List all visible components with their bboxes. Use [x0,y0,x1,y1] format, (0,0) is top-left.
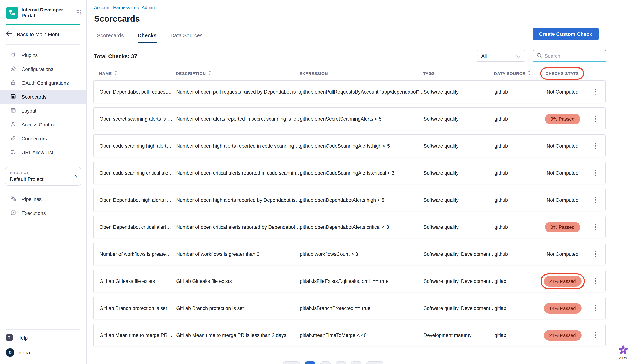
sort-icon[interactable] [528,70,531,76]
create-custom-check-button[interactable]: Create Custom Check [532,28,599,40]
check-tags: Software quality [424,170,494,176]
table-row[interactable]: Open secret scanning alerts is … Number … [93,108,606,130]
row-menu-kebab-button[interactable] [591,249,599,259]
check-stats-cell: 21% Passed [535,330,589,340]
play-icon [10,210,16,216]
check-expression: github.openSecretScanningAlerts < 5 [300,116,424,122]
check-name: GitLab Gitleaks file exists [100,278,176,284]
check-tags: Software quality [424,143,494,148]
table-row[interactable]: GitLab Gitleaks file exists GitLab Gitle… [93,270,606,292]
row-menu-kebab-button[interactable] [591,114,599,124]
back-to-main-menu[interactable]: Back to Main Menu [0,25,86,44]
tab-scorecards[interactable]: Scorecards [97,28,124,43]
sidebar-item-plugins[interactable]: Plugins [0,48,86,62]
sidebar-item-scorecards[interactable]: Scorecards [0,90,86,104]
check-description: GitLab Branch protection is set [176,305,300,311]
check-tags: Development maturity [424,332,494,338]
breadcrumb-admin-link[interactable]: Admin [142,5,155,10]
help-button[interactable]: ? Help [0,330,86,345]
check-expression: gitlab.isFileExists.".gitleaks.toml" == … [300,278,424,284]
column-header-tags: TAGS [423,71,494,76]
sort-icon[interactable] [208,70,211,76]
apps-grid-icon[interactable] [77,10,81,16]
row-actions-cell [589,86,599,97]
sidebar-item-access-control[interactable]: Access Control [0,118,86,132]
tab-data-sources[interactable]: Data Sources [170,28,203,43]
sidebar-item-pipelines[interactable]: Pipelines [0,192,86,206]
check-tags: Software quality [424,89,494,94]
table-row[interactable]: GitLab Branch protection is set GitLab B… [93,297,606,320]
table-row[interactable]: GitLab Mean time to merge PR … GitLab Me… [93,324,606,346]
sidebar-item-configurations[interactable]: Configurations [0,62,86,76]
row-menu-kebab-button[interactable] [591,303,599,314]
pagination-button[interactable] [283,362,300,364]
pagination-button[interactable] [351,362,361,364]
check-stats-value: 21% Passed [544,330,581,340]
row-actions-cell [589,168,599,178]
sort-icon[interactable] [115,70,117,76]
row-menu-kebab-button[interactable] [591,168,599,178]
check-stats-value: 21% Passed [544,276,581,286]
sidebar-item-executions[interactable]: Executions [0,206,86,220]
table-row[interactable]: Open code scanning high alert… Number of… [93,134,606,157]
check-stats-cell: 21% Passed [535,276,589,286]
row-actions-cell [589,330,599,340]
check-description: Number of workflows is greater than 3 [176,251,300,257]
help-label: Help [17,334,28,340]
pagination-button[interactable] [367,362,383,364]
chevron-right-icon: › [138,5,139,10]
pipeline-icon [10,196,16,203]
column-header-data-source: DATA SOURCE [494,70,535,76]
check-tags: Software quality [424,116,494,122]
check-stats-value: Not Computed [547,170,578,176]
check-name: GitLab Mean time to merge PR … [100,332,176,338]
pagination-button[interactable] [305,362,315,364]
app-title: Internal Developer Portal [22,7,73,19]
check-name: Open code scanning high alert… [100,143,176,148]
check-tags: Software quality, Development… [424,278,494,284]
chevron-right-icon: › [75,172,77,180]
table-row[interactable]: Open Dependabot critical alert… Number o… [93,216,606,238]
breadcrumb-account-link[interactable]: Account: Harness.io [94,5,135,10]
user-menu[interactable]: D deba [0,345,86,364]
sidebar-item-url-allow-list[interactable]: URL Allow List [0,146,86,159]
page-header: Account: Harness.io › Admin Scorecards [87,0,614,24]
row-menu-kebab-button[interactable] [591,195,599,205]
user-name: deba [19,350,30,356]
tab-bar: Scorecards Checks Data Sources Create Cu… [87,28,614,43]
table-row[interactable]: Open Dependabot pull request… Number of … [93,80,606,103]
row-menu-kebab-button[interactable] [591,141,599,151]
row-menu-kebab-button[interactable] [591,86,599,97]
filter-dropdown-value: All [481,53,487,59]
filter-dropdown[interactable]: All [477,50,525,62]
check-expression: github.openDependabotAlerts.critical < 3 [300,224,424,230]
sidebar-item-label: Pipelines [22,196,42,202]
divider [6,329,81,330]
table-row[interactable]: Number of workflows is greate… Number of… [93,243,606,265]
pagination-button[interactable] [321,362,331,364]
link-icon [10,135,16,142]
list-check-icon [10,149,16,156]
page-title: Scorecards [94,14,614,24]
project-selector[interactable]: PROJECT Default Project › [5,167,81,186]
breadcrumb: Account: Harness.io › Admin [94,5,614,10]
sidebar-item-layout[interactable]: Layout [0,104,86,118]
total-checks-count: Total Checks: 37 [94,53,137,59]
check-data-source: github [494,170,535,176]
sidebar-item-oauth-configurations[interactable]: OAuth Configurations [0,76,86,90]
check-tags: Software quality, Development… [424,251,494,257]
row-menu-kebab-button[interactable] [591,276,599,286]
table-row[interactable]: Open code scanning critical ale… Number … [93,162,606,184]
aida-button[interactable]: AIDA [618,345,628,360]
person-icon [10,121,16,128]
row-menu-kebab-button[interactable] [591,330,599,340]
table-row[interactable]: Open Dependabot high alerts i… Number of… [93,188,606,211]
check-data-source: github [494,89,535,94]
row-actions-cell [589,249,599,259]
pagination-button[interactable] [336,362,346,364]
tab-checks[interactable]: Checks [138,28,157,43]
row-menu-kebab-button[interactable] [591,222,599,232]
check-stats-value: Not Computed [547,143,578,148]
sidebar-item-connectors[interactable]: Connectors [0,132,86,146]
search-input[interactable] [545,53,602,59]
